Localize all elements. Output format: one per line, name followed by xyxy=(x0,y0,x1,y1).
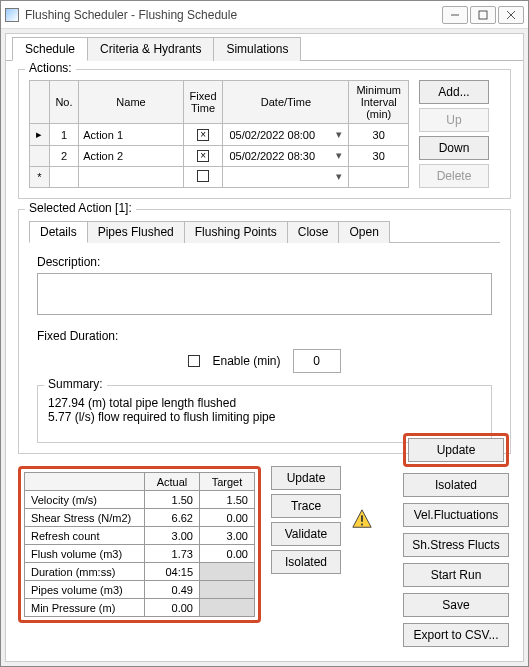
cell-fixed[interactable]: × xyxy=(183,145,223,166)
delete-button[interactable]: Delete xyxy=(419,164,489,188)
table-row: Velocity (m/s)1.501.50 xyxy=(25,491,255,509)
close-button[interactable] xyxy=(498,6,524,24)
tab-schedule[interactable]: Schedule xyxy=(12,37,88,61)
right-button-column: Update Isolated Vel.Fluctuations Sh.Stre… xyxy=(403,433,509,647)
save-button[interactable]: Save xyxy=(403,593,509,617)
cell-datetime[interactable]: 05/02/2022 08:30▾ xyxy=(223,145,349,166)
add-button[interactable]: Add... xyxy=(419,80,489,104)
metrics-highlight: Actual Target Velocity (m/s)1.501.50 She… xyxy=(18,466,261,623)
tab-open[interactable]: Open xyxy=(338,221,389,243)
table-row[interactable]: ▸ 1 Action 1 × 05/02/2022 08:00▾ 30 xyxy=(30,124,409,145)
cell-name[interactable]: Action 2 xyxy=(79,145,183,166)
minimize-icon xyxy=(450,10,460,20)
table-row: Flush volume (m3)1.730.00 xyxy=(25,545,255,563)
enable-minutes-input[interactable]: 0 xyxy=(293,349,341,373)
validate-button[interactable]: Validate xyxy=(271,522,341,546)
svg-rect-5 xyxy=(361,515,363,521)
vel-fluctuations-button[interactable]: Vel.Fluctuations xyxy=(403,503,509,527)
tab-criteria[interactable]: Criteria & Hydrants xyxy=(87,37,214,61)
description-input[interactable] xyxy=(37,273,492,315)
titlebar: Flushing Scheduler - Flushing Schedule xyxy=(1,1,528,29)
fixed-duration-label: Fixed Duration: xyxy=(37,329,492,343)
trace-button[interactable]: Trace xyxy=(271,494,341,518)
datetime-value: 05/02/2022 08:00 xyxy=(229,129,315,141)
enable-checkbox[interactable] xyxy=(188,355,200,367)
app-window: Flushing Scheduler - Flushing Schedule S… xyxy=(0,0,529,667)
tab-flushing-points[interactable]: Flushing Points xyxy=(184,221,288,243)
actions-col-no: No. xyxy=(49,81,79,124)
cell-no[interactable]: 1 xyxy=(49,124,79,145)
chevron-down-icon[interactable]: ▾ xyxy=(330,128,342,141)
actions-col-name: Name xyxy=(79,81,183,124)
maximize-button[interactable] xyxy=(470,6,496,24)
selected-legend: Selected Action [1]: xyxy=(25,201,136,215)
selected-action-group: Selected Action [1]: Details Pipes Flush… xyxy=(18,209,511,454)
datetime-value: 05/02/2022 08:30 xyxy=(229,150,315,162)
checkbox-icon xyxy=(197,170,209,182)
main-tabstrip: Schedule Criteria & Hydrants Simulations xyxy=(6,36,523,61)
selected-tabstrip: Details Pipes Flushed Flushing Points Cl… xyxy=(29,220,500,243)
close-icon xyxy=(506,10,516,20)
cell-mininterval[interactable]: 30 xyxy=(349,124,409,145)
actions-col-fixed: Fixed Time xyxy=(183,81,223,124)
tab-details[interactable]: Details xyxy=(29,221,88,243)
actions-col-rowselector xyxy=(30,81,50,124)
cell-mininterval[interactable]: 30 xyxy=(349,145,409,166)
local-isolated-button[interactable]: Isolated xyxy=(271,550,341,574)
enable-label: Enable (min) xyxy=(212,354,280,368)
tab-close[interactable]: Close xyxy=(287,221,340,243)
export-csv-button[interactable]: Export to CSV... xyxy=(403,623,509,647)
cell-fixed[interactable] xyxy=(183,166,223,187)
start-run-button[interactable]: Start Run xyxy=(403,563,509,587)
table-row-new[interactable]: * ▾ xyxy=(30,166,409,187)
tab-pipes-flushed[interactable]: Pipes Flushed xyxy=(87,221,185,243)
warning-icon xyxy=(351,508,373,530)
checkbox-icon: × xyxy=(197,150,209,162)
minimize-button[interactable] xyxy=(442,6,468,24)
actions-table[interactable]: No. Name Fixed Time Date/Time Minimum In… xyxy=(29,80,409,188)
svg-rect-6 xyxy=(361,524,363,526)
cell-datetime[interactable]: 05/02/2022 08:00▾ xyxy=(223,124,349,145)
chevron-down-icon[interactable]: ▾ xyxy=(330,149,342,162)
local-update-button[interactable]: Update xyxy=(271,466,341,490)
cell-datetime[interactable]: ▾ xyxy=(223,166,349,187)
description-label: Description: xyxy=(37,255,492,269)
table-row: Shear Stress (N/m2)6.620.00 xyxy=(25,509,255,527)
summary-legend: Summary: xyxy=(44,377,107,391)
summary-line-1: 127.94 (m) total pipe length flushed xyxy=(48,396,481,410)
actions-col-datetime: Date/Time xyxy=(223,81,349,124)
mid-buttons: Update Trace Validate Isolated xyxy=(271,466,341,574)
update-highlight: Update xyxy=(403,433,509,467)
table-row: Refresh count3.003.00 xyxy=(25,527,255,545)
new-row-indicator: * xyxy=(30,166,50,187)
actions-side-buttons: Add... Up Down Delete xyxy=(419,80,489,188)
actions-col-mininterval: Minimum Interval (min) xyxy=(349,81,409,124)
sh-stress-flucts-button[interactable]: Sh.Stress Flucts xyxy=(403,533,509,557)
tab-simulations[interactable]: Simulations xyxy=(213,37,301,61)
client-area: Schedule Criteria & Hydrants Simulations… xyxy=(5,33,524,662)
actions-legend: Actions: xyxy=(25,61,76,75)
table-row: Duration (mm:ss)04:15 xyxy=(25,563,255,581)
row-indicator xyxy=(30,145,50,166)
tab-body: Actions: No. Name Fixed Time Date/Time M… xyxy=(6,61,523,661)
checkbox-icon: × xyxy=(197,129,209,141)
table-row: Min Pressure (m)0.00 xyxy=(25,599,255,617)
update-button[interactable]: Update xyxy=(408,438,504,462)
svg-rect-1 xyxy=(479,11,487,19)
app-icon xyxy=(5,8,19,22)
isolated-button[interactable]: Isolated xyxy=(403,473,509,497)
down-button[interactable]: Down xyxy=(419,136,489,160)
table-row[interactable]: 2 Action 2 × 05/02/2022 08:30▾ 30 xyxy=(30,145,409,166)
maximize-icon xyxy=(478,10,488,20)
up-button[interactable]: Up xyxy=(419,108,489,132)
cell-fixed[interactable]: × xyxy=(183,124,223,145)
chevron-down-icon[interactable]: ▾ xyxy=(330,170,342,183)
summary-line-2: 5.77 (l/s) flow required to flush limiti… xyxy=(48,410,481,424)
row-indicator: ▸ xyxy=(30,124,50,145)
table-row: Pipes volume (m3)0.49 xyxy=(25,581,255,599)
cell-name[interactable]: Action 1 xyxy=(79,124,183,145)
metrics-col-actual: Actual xyxy=(145,473,200,491)
cell-no[interactable]: 2 xyxy=(49,145,79,166)
actions-group: Actions: No. Name Fixed Time Date/Time M… xyxy=(18,69,511,199)
metrics-col-target: Target xyxy=(200,473,255,491)
